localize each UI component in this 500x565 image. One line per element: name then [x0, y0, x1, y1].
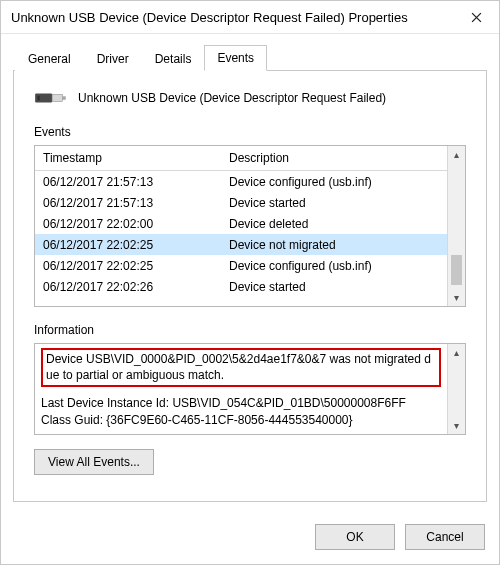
view-all-events-button[interactable]: View All Events... [34, 449, 154, 475]
info-scrollbar[interactable]: ▴ ▾ [447, 344, 465, 434]
tab-events-body: Unknown USB Device (Device Descriptor Re… [13, 70, 487, 502]
cell-timestamp: 06/12/2017 21:57:13 [35, 194, 221, 212]
cell-description: Device configured (usb.inf) [221, 173, 447, 191]
scroll-up-icon[interactable]: ▴ [448, 146, 465, 163]
table-row[interactable]: 06/12/2017 21:57:13Device started [35, 192, 447, 213]
info-highlighted-text: Device USB\VID_0000&PID_0002\5&2d4ae1f7&… [41, 348, 441, 387]
scroll-down-icon[interactable]: ▾ [448, 417, 465, 434]
information-box: Device USB\VID_0000&PID_0002\5&2d4ae1f7&… [34, 343, 466, 435]
column-description[interactable]: Description [221, 146, 447, 170]
cell-description: Device started [221, 278, 447, 296]
device-name: Unknown USB Device (Device Descriptor Re… [78, 91, 386, 105]
svg-rect-1 [52, 95, 62, 102]
table-row[interactable]: 06/12/2017 22:02:26Device started [35, 276, 447, 297]
column-timestamp[interactable]: Timestamp [35, 146, 221, 170]
events-rows: 06/12/2017 21:57:13Device configured (us… [35, 171, 447, 303]
usb-connector-icon [34, 87, 68, 109]
svg-rect-3 [37, 96, 39, 101]
table-row[interactable]: 06/12/2017 22:02:25Device not migrated [35, 234, 447, 255]
close-icon[interactable] [454, 1, 499, 33]
svg-rect-2 [62, 96, 65, 99]
cell-description: Device configured (usb.inf) [221, 257, 447, 275]
events-scrollbar[interactable]: ▴ ▾ [447, 146, 465, 306]
table-row[interactable]: 06/12/2017 22:02:25Device configured (us… [35, 255, 447, 276]
cell-timestamp: 06/12/2017 22:02:25 [35, 236, 221, 254]
tab-details[interactable]: Details [142, 46, 205, 71]
tab-strip: General Driver Details Events [15, 44, 487, 70]
properties-window: Unknown USB Device (Device Descriptor Re… [0, 0, 500, 565]
cancel-button[interactable]: Cancel [405, 524, 485, 550]
scroll-down-icon[interactable]: ▾ [448, 289, 465, 306]
window-title: Unknown USB Device (Device Descriptor Re… [11, 10, 408, 25]
titlebar: Unknown USB Device (Device Descriptor Re… [1, 1, 499, 34]
events-label: Events [34, 125, 466, 139]
tab-driver[interactable]: Driver [84, 46, 142, 71]
dialog-footer: OK Cancel [1, 514, 499, 564]
events-header: Timestamp Description [35, 146, 447, 171]
cell-description: Device started [221, 194, 447, 212]
information-label: Information [34, 323, 466, 337]
cell-description: Device deleted [221, 215, 447, 233]
info-details-text: Last Device Instance Id: USB\VID_054C&PI… [41, 396, 406, 426]
client-area: General Driver Details Events Unknown US… [1, 34, 499, 514]
ok-button[interactable]: OK [315, 524, 395, 550]
device-header: Unknown USB Device (Device Descriptor Re… [34, 87, 470, 109]
table-row[interactable]: 06/12/2017 21:57:13Device configured (us… [35, 171, 447, 192]
scroll-up-icon[interactable]: ▴ [448, 344, 465, 361]
events-list: Timestamp Description 06/12/2017 21:57:1… [34, 145, 466, 307]
cell-description: Device not migrated [221, 236, 447, 254]
scroll-thumb[interactable] [451, 255, 462, 285]
tab-general[interactable]: General [15, 46, 84, 71]
cell-timestamp: 06/12/2017 22:02:25 [35, 257, 221, 275]
tab-events[interactable]: Events [204, 45, 267, 71]
cell-timestamp: 06/12/2017 21:57:13 [35, 173, 221, 191]
cell-timestamp: 06/12/2017 22:02:26 [35, 278, 221, 296]
table-row[interactable]: 06/12/2017 22:02:00Device deleted [35, 213, 447, 234]
cell-timestamp: 06/12/2017 22:02:00 [35, 215, 221, 233]
